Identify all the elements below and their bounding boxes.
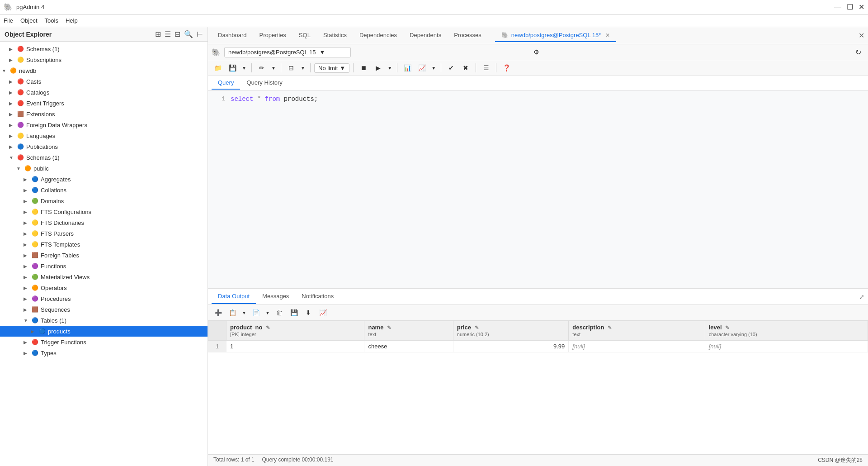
icon-publications: 🔵	[16, 143, 24, 151]
explain-analyze-button[interactable]: 📈	[415, 62, 428, 74]
object-explorer-table-icon[interactable]: ⊟	[175, 30, 180, 38]
query-history-tab[interactable]: Query History	[240, 76, 288, 90]
connection-icon: 🐘	[212, 48, 221, 57]
query-tab[interactable]: Query	[212, 76, 240, 90]
col-name-edit[interactable]: ✎	[387, 325, 391, 330]
tree-item-fts-dicts[interactable]: ▶ 🟡 FTS Dictionaries	[0, 217, 208, 228]
tree-item-schemas[interactable]: ▼ 🔴 Schemas (1)	[0, 152, 208, 163]
sql-code-editor[interactable]: 1 select * from products;	[208, 90, 868, 288]
arrow-foreign-tables: ▶	[24, 253, 31, 258]
connection-options-button[interactable]: ⚙	[529, 46, 543, 58]
tree-item-fts-parsers[interactable]: ▶ 🟡 FTS Parsers	[0, 228, 208, 239]
tree-item-casts[interactable]: ▶ 🔴 Casts	[0, 76, 208, 87]
tree-item-languages[interactable]: ▶ 🟡 Languages	[0, 130, 208, 141]
db-selector-dropdown[interactable]: newdb/postgres@PostgreSQL 15 ▼	[224, 47, 351, 57]
tree-item-catalogs[interactable]: ▶ 🔴 Catalogs	[0, 87, 208, 98]
tree-item-trigger-functions[interactable]: ▶ 🔴 Trigger Functions	[0, 337, 208, 347]
tree-item-public[interactable]: ▼ 🟠 public	[0, 163, 208, 174]
tree-item-procedures[interactable]: ▶ 🟣 Procedures	[0, 293, 208, 304]
copy-button[interactable]: 📋	[226, 307, 239, 319]
tree-item-fdw[interactable]: ▶ 🟣 Foreign Data Wrappers	[0, 119, 208, 130]
label-aggregates: Aggregates	[41, 176, 71, 183]
macros-button[interactable]: ☰	[480, 62, 492, 74]
tab-dependents[interactable]: Dependents	[403, 29, 448, 42]
tree-item-sequences[interactable]: ▶ 🟫 Sequences	[0, 304, 208, 315]
filter-dropdown-button[interactable]: ▼	[299, 62, 307, 74]
delete-row-button[interactable]: 🗑	[273, 307, 286, 319]
explain-dropdown-button[interactable]: ▼	[430, 62, 437, 74]
col-price-edit[interactable]: ✎	[475, 325, 479, 330]
tab-statistics[interactable]: Statistics	[317, 29, 353, 42]
menu-tools[interactable]: Tools	[45, 17, 58, 24]
tree-item-foreign-tables[interactable]: ▶ 🟫 Foreign Tables	[0, 250, 208, 261]
tree-item-subscriptions[interactable]: ▶ 🟡 Subscriptions	[0, 54, 208, 65]
tree-item-fts-templates[interactable]: ▶ 🟡 FTS Templates	[0, 239, 208, 250]
object-explorer-refresh-icon[interactable]: ⊞	[155, 30, 161, 38]
close-button[interactable]: ✕	[859, 3, 864, 11]
results-tab-data-output[interactable]: Data Output	[212, 289, 256, 304]
format-sql-button[interactable]: ✏	[255, 62, 268, 74]
copy-dropdown-button[interactable]: ▼	[241, 307, 248, 319]
row-limit-selector[interactable]: No limit ▼	[314, 63, 349, 73]
results-expand-icon[interactable]: ⤢	[859, 293, 864, 300]
paste-dropdown-button[interactable]: ▼	[264, 307, 271, 319]
menu-help[interactable]: Help	[66, 17, 78, 24]
tab-dashboard[interactable]: Dashboard	[212, 29, 253, 42]
paste-button[interactable]: 📄	[250, 307, 262, 319]
save-data-button[interactable]: 💾	[288, 307, 300, 319]
tab-dependencies[interactable]: Dependencies	[353, 29, 403, 42]
icon-fdw: 🟣	[16, 121, 24, 129]
help-button[interactable]: ❓	[500, 62, 513, 74]
object-explorer-terminal-icon[interactable]: ⊢	[197, 30, 203, 38]
tree-item-domains[interactable]: ▶ 🟢 Domains	[0, 195, 208, 206]
results-tab-messages[interactable]: Messages	[256, 289, 295, 304]
commit-button[interactable]: ✔	[445, 62, 458, 74]
save-button[interactable]: 💾	[226, 62, 239, 74]
tree-item-collations[interactable]: ▶ 🔵 Collations	[0, 185, 208, 195]
minimize-button[interactable]: —	[834, 3, 841, 11]
tab-sql[interactable]: SQL	[292, 29, 317, 42]
tab-properties[interactable]: Properties	[253, 29, 292, 42]
stop-button[interactable]: ⏹	[357, 62, 370, 74]
explain-button[interactable]: 📊	[401, 62, 414, 74]
menu-file[interactable]: File	[4, 17, 13, 24]
add-row-button[interactable]: ➕	[212, 307, 224, 319]
tree-item-mat-views[interactable]: ▶ 🟢 Materialized Views	[0, 271, 208, 282]
open-file-button[interactable]: 📁	[212, 62, 224, 74]
sql-reload-button[interactable]: ↻	[852, 46, 864, 58]
tree-item-schemas1[interactable]: ▶ 🔴 Schemas (1)	[0, 43, 208, 54]
run-button[interactable]: ▶	[372, 62, 384, 74]
tree-item-newdb[interactable]: ▼ 🟠 newdb	[0, 65, 208, 76]
tab-processes[interactable]: Processes	[448, 29, 488, 42]
col-description-edit[interactable]: ✎	[608, 325, 612, 330]
col-product-no-edit[interactable]: ✎	[266, 325, 270, 330]
tree-item-publications[interactable]: ▶ 🔵 Publications	[0, 141, 208, 152]
run-dropdown-button[interactable]: ▼	[386, 62, 393, 74]
results-tab-notifications[interactable]: Notifications	[295, 289, 340, 304]
tab-bar-close-icon[interactable]: ✕	[859, 31, 864, 40]
maximize-button[interactable]: ☐	[847, 3, 853, 11]
download-button[interactable]: ⬇	[302, 307, 315, 319]
object-explorer-grid-icon[interactable]: ☰	[165, 30, 171, 38]
label-subscriptions: Subscriptions	[26, 57, 61, 63]
format-dropdown-button[interactable]: ▼	[270, 62, 277, 74]
chart-button[interactable]: 📈	[316, 307, 329, 319]
col-level-edit[interactable]: ✎	[725, 325, 729, 330]
tree-item-event-triggers[interactable]: ▶ 🔴 Event Triggers	[0, 98, 208, 109]
tree-item-products[interactable]: ▶ 🔵 products	[0, 326, 208, 337]
tree-item-types[interactable]: ▶ 🔵 Types	[0, 347, 208, 358]
menu-object[interactable]: Object	[20, 17, 38, 24]
object-explorer-search-icon[interactable]: 🔍	[184, 30, 193, 38]
tree-item-aggregates[interactable]: ▶ 🔵 Aggregates	[0, 174, 208, 185]
tab-query-editor-close[interactable]: ✕	[605, 32, 610, 38]
tree-item-functions[interactable]: ▶ 🟣 Functions	[0, 261, 208, 271]
tree-item-tables[interactable]: ▼ 🔵 Tables (1)	[0, 315, 208, 326]
sep2	[281, 63, 281, 72]
tree-item-operators[interactable]: ▶ 🟠 Operators	[0, 282, 208, 293]
rollback-button[interactable]: ✖	[459, 62, 472, 74]
save-dropdown-button[interactable]: ▼	[241, 62, 248, 74]
tree-item-extensions[interactable]: ▶ 🟫 Extensions	[0, 109, 208, 119]
filter-button[interactable]: ⊟	[285, 62, 297, 74]
tree-item-fts-configs[interactable]: ▶ 🟡 FTS Configurations	[0, 206, 208, 217]
tab-query-editor[interactable]: 🐘 newdb/postgres@PostgreSQL 15* ✕	[495, 29, 616, 42]
